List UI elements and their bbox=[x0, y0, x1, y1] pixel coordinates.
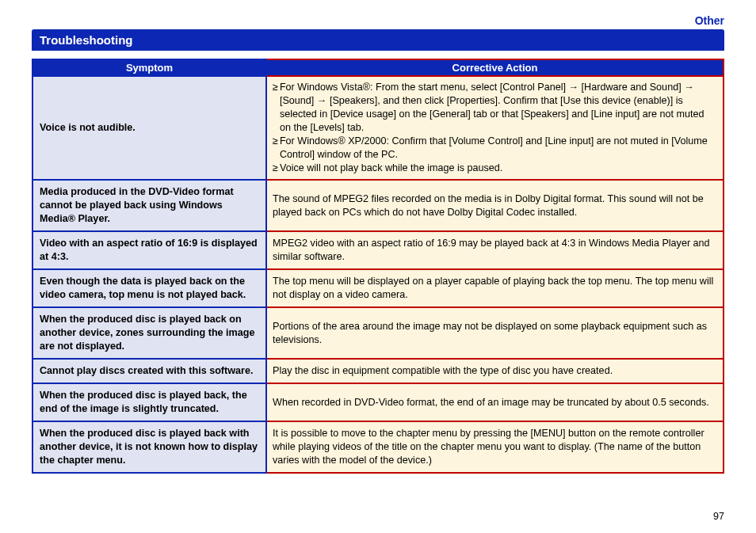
bullet-icon: ≥ bbox=[273, 81, 280, 135]
bullet-icon: ≥ bbox=[273, 162, 280, 175]
action-cell: Play the disc in equipment compatible wi… bbox=[266, 359, 724, 383]
action-cell: It is possible to move to the chapter me… bbox=[266, 421, 724, 473]
table-row: Media produced in the DVD-Video format c… bbox=[32, 180, 724, 231]
action-cell: Portions of the area around the image ma… bbox=[266, 307, 724, 359]
table-header-row: Symptom Corrective Action bbox=[32, 59, 724, 76]
symptom-cell: Cannot play discs created with this soft… bbox=[32, 359, 266, 383]
action-cell: The sound of MPEG2 files recorded on the… bbox=[266, 180, 724, 231]
bullet-text: For Windows® XP/2000: Confirm that [Volu… bbox=[280, 135, 717, 162]
bullet-item: ≥ For Windows Vista®: From the start men… bbox=[273, 81, 717, 135]
action-cell: ≥ For Windows Vista®: From the start men… bbox=[266, 76, 724, 180]
symptom-cell: Even though the data is played back on t… bbox=[32, 269, 266, 307]
section-link-other[interactable]: Other bbox=[32, 14, 724, 27]
action-cell: When recorded in DVD-Video format, the e… bbox=[266, 383, 724, 421]
col-header-symptom: Symptom bbox=[32, 59, 266, 76]
symptom-cell: Media produced in the DVD-Video format c… bbox=[32, 180, 266, 231]
troubleshooting-table: Symptom Corrective Action Voice is not a… bbox=[32, 59, 724, 474]
table-row: When the produced disc is played back on… bbox=[32, 307, 724, 359]
bullet-item: ≥ For Windows® XP/2000: Confirm that [Vo… bbox=[273, 135, 717, 162]
page-number: 97 bbox=[713, 511, 724, 522]
table-row: Cannot play discs created with this soft… bbox=[32, 359, 724, 383]
page-container: Other Troubleshooting Symptom Corrective… bbox=[0, 0, 756, 533]
table-row: Even though the data is played back on t… bbox=[32, 269, 724, 307]
symptom-cell: When the produced disc is played back on… bbox=[32, 307, 266, 359]
table-row: When the produced disc is played back wi… bbox=[32, 421, 724, 473]
symptom-cell: When the produced disc is played back, t… bbox=[32, 383, 266, 421]
symptom-cell: When the produced disc is played back wi… bbox=[32, 421, 266, 473]
page-title: Troubleshooting bbox=[32, 29, 724, 51]
bullet-text: For Windows Vista®: From the start menu,… bbox=[280, 81, 717, 135]
col-header-action: Corrective Action bbox=[266, 59, 724, 76]
bullet-text: Voice will not play back while the image… bbox=[280, 162, 717, 175]
action-cell: The top menu will be displayed on a play… bbox=[266, 269, 724, 307]
table-row: Voice is not audible. ≥ For Windows Vist… bbox=[32, 76, 724, 180]
symptom-cell: Video with an aspect ratio of 16:9 is di… bbox=[32, 231, 266, 269]
symptom-cell: Voice is not audible. bbox=[32, 76, 266, 180]
bullet-item: ≥ Voice will not play back while the ima… bbox=[273, 162, 717, 175]
action-cell: MPEG2 video with an aspect ratio of 16:9… bbox=[266, 231, 724, 269]
bullet-icon: ≥ bbox=[273, 135, 280, 162]
table-row: Video with an aspect ratio of 16:9 is di… bbox=[32, 231, 724, 269]
table-row: When the produced disc is played back, t… bbox=[32, 383, 724, 421]
